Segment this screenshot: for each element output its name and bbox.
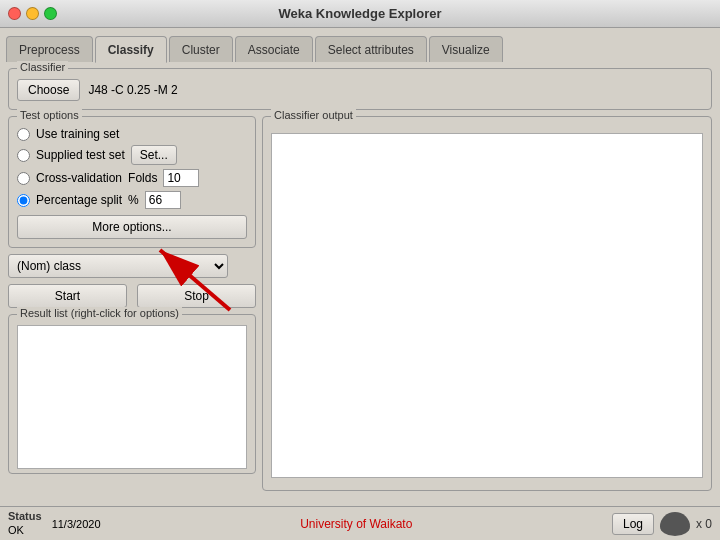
x-count: x 0 xyxy=(696,517,712,531)
choose-button[interactable]: Choose xyxy=(17,79,80,101)
classifier-row: Choose J48 -C 0.25 -M 2 xyxy=(17,79,703,101)
use-training-radio[interactable] xyxy=(17,128,30,141)
main-content: Classifier Choose J48 -C 0.25 -M 2 Test … xyxy=(0,62,720,506)
tab-classify[interactable]: Classify xyxy=(95,36,167,63)
class-select[interactable]: (Nom) class xyxy=(8,254,228,278)
right-column: Classifier output xyxy=(262,116,712,491)
left-column: Test options Use training set Supplied t… xyxy=(8,116,256,491)
classifier-section-label: Classifier xyxy=(17,61,68,73)
window-title: Weka Knowledge Explorer xyxy=(278,6,441,21)
class-selector-row: (Nom) class xyxy=(8,254,256,278)
start-button[interactable]: Start xyxy=(8,284,127,308)
window-controls[interactable] xyxy=(8,7,57,20)
tab-associate[interactable]: Associate xyxy=(235,36,313,62)
title-bar: Weka Knowledge Explorer xyxy=(0,0,720,28)
maximize-button[interactable] xyxy=(44,7,57,20)
supplied-test-label: Supplied test set xyxy=(36,148,125,162)
test-options-label: Test options xyxy=(17,109,82,121)
supplied-test-row: Supplied test set Set... xyxy=(17,145,247,165)
status-label: Status xyxy=(8,510,42,523)
percentage-split-radio[interactable] xyxy=(17,194,30,207)
percentage-input[interactable] xyxy=(145,191,181,209)
tab-select-attributes[interactable]: Select attributes xyxy=(315,36,427,62)
tab-visualize[interactable]: Visualize xyxy=(429,36,503,62)
more-options-button[interactable]: More options... xyxy=(17,215,247,239)
status-date: 11/3/2020 xyxy=(52,518,101,530)
cross-validation-radio[interactable] xyxy=(17,172,30,185)
classifier-section: Classifier Choose J48 -C 0.25 -M 2 xyxy=(8,68,712,110)
status-bar: Status OK 11/3/2020 University of Waikat… xyxy=(0,506,720,540)
folds-label: Folds xyxy=(128,171,157,185)
tab-preprocess[interactable]: Preprocess xyxy=(6,36,93,62)
use-training-label: Use training set xyxy=(36,127,119,141)
result-list-content[interactable] xyxy=(17,325,247,469)
set-button[interactable]: Set... xyxy=(131,145,177,165)
cross-validation-label: Cross-validation xyxy=(36,171,122,185)
test-options-section: Test options Use training set Supplied t… xyxy=(8,116,256,248)
two-col-layout: Test options Use training set Supplied t… xyxy=(8,116,712,491)
classifier-output-section: Classifier output xyxy=(262,116,712,491)
folds-input[interactable] xyxy=(163,169,199,187)
tab-bar: Preprocess Classify Cluster Associate Se… xyxy=(0,28,720,62)
classifier-output-label: Classifier output xyxy=(271,109,356,121)
start-stop-row: Start Stop xyxy=(8,284,256,308)
classifier-value: J48 -C 0.25 -M 2 xyxy=(88,83,177,97)
close-button[interactable] xyxy=(8,7,21,20)
use-training-row: Use training set xyxy=(17,127,247,141)
result-list-section: Result list (right-click for options) xyxy=(8,314,256,474)
university-label: University of Waikato xyxy=(111,517,602,531)
status-section: Status OK xyxy=(8,510,42,536)
status-value: OK xyxy=(8,524,42,537)
percent-label: % xyxy=(128,193,139,207)
percentage-split-row: Percentage split % xyxy=(17,191,247,209)
log-button[interactable]: Log xyxy=(612,513,654,535)
minimize-button[interactable] xyxy=(26,7,39,20)
stop-button[interactable]: Stop xyxy=(137,284,256,308)
weka-bird-icon xyxy=(660,512,690,536)
supplied-test-radio[interactable] xyxy=(17,149,30,162)
percentage-split-label: Percentage split xyxy=(36,193,122,207)
status-right: Log x 0 xyxy=(612,512,712,536)
tab-cluster[interactable]: Cluster xyxy=(169,36,233,62)
cross-validation-row: Cross-validation Folds xyxy=(17,169,247,187)
result-list-label: Result list (right-click for options) xyxy=(17,307,182,319)
classifier-output-content[interactable] xyxy=(271,133,703,478)
